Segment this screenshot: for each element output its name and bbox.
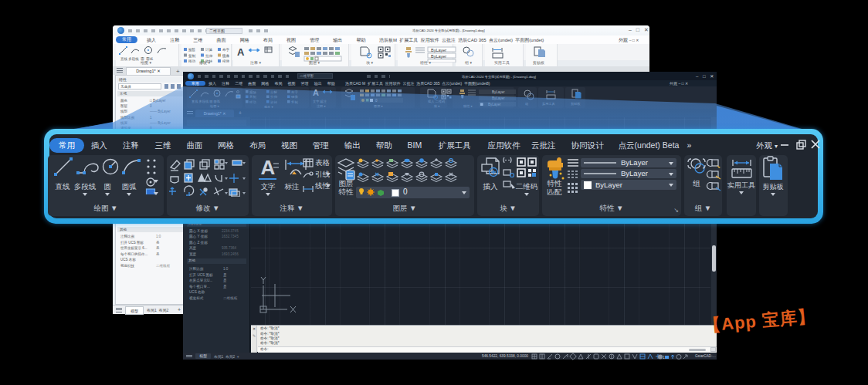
svg-text:计算: 计算 bbox=[205, 48, 213, 52]
svg-text:擦除: 擦除 bbox=[188, 47, 196, 52]
svg-text:拉伸: 拉伸 bbox=[205, 54, 213, 58]
svg-text:A: A bbox=[237, 46, 245, 58]
svg-text:复制: 复制 bbox=[188, 54, 196, 59]
svg-text:ByLayer: ByLayer bbox=[492, 90, 505, 94]
svg-text:ByLayer: ByLayer bbox=[431, 48, 446, 52]
svg-text:镜像: 镜像 bbox=[222, 53, 230, 59]
svg-text:布字: 布字 bbox=[222, 48, 230, 52]
svg-text:ByLayer: ByLayer bbox=[431, 54, 446, 59]
